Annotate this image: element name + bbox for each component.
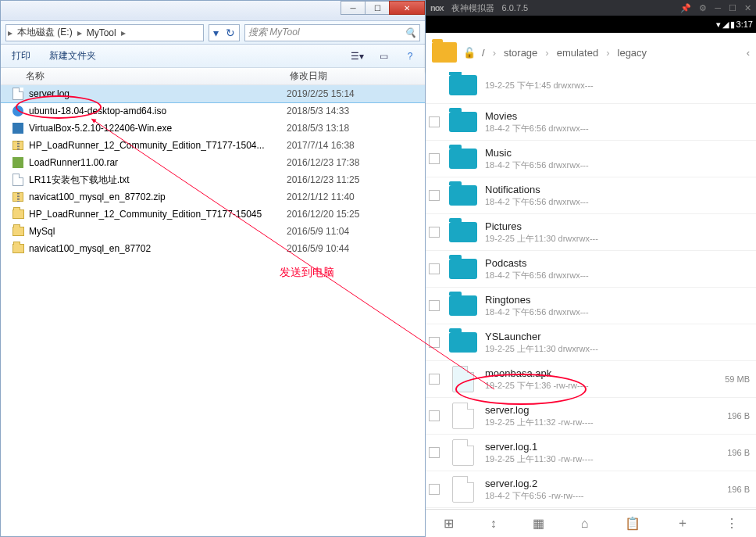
item-name: Ringtones [485, 293, 745, 307]
list-item[interactable]: server.log.119-2-25 上午11:30 -rw-rw----19… [426, 435, 756, 471]
minimize-button[interactable]: ─ [341, 1, 366, 15]
column-name[interactable]: 名称 [1, 70, 290, 83]
file-row[interactable]: VirtualBox-5.2.10-122406-Win.exe2018/5/3… [1, 120, 425, 137]
maximize-button[interactable]: ☐ [365, 1, 390, 15]
view-icon[interactable]: ▦ [533, 516, 544, 531]
status-time: 3:17 [736, 20, 753, 29]
folder-icon [448, 292, 479, 319]
file-row[interactable]: ubuntu-18.04-desktop-amd64.iso2018/5/3 1… [1, 102, 425, 120]
list-item[interactable]: moonbasa.apk19-2-25 下午1:36 -rw-rw----59 … [426, 361, 756, 398]
home-icon[interactable]: ⌂ [581, 517, 589, 531]
item-meta: 19-2-25 下午1:45 drwxrwx--- [485, 80, 750, 91]
file-list[interactable]: server.log2019/2/25 15:14ubuntu-18.04-de… [1, 85, 425, 536]
file-row[interactable]: LR11安装包下载地址.txt2016/12/23 11:25 [1, 171, 425, 188]
list-item[interactable]: Music18-4-2 下午6:56 drwxrwx--- [426, 141, 756, 177]
android-pathbar: 🔓 / › storage › emulated › legacy ‹ [426, 33, 756, 72]
file-date: 2016/5/9 11:04 [287, 226, 349, 237]
file-row[interactable]: navicat100_mysql_en_87702.zip2012/1/12 1… [1, 188, 425, 206]
folder-icon [448, 219, 479, 245]
sort-icon[interactable]: ↕ [490, 517, 497, 531]
close-icon[interactable]: ✕ [744, 3, 751, 13]
checkbox[interactable] [429, 484, 440, 495]
search-icon: 🔍 [405, 27, 416, 38]
print-button[interactable]: 打印 [5, 47, 37, 65]
folder-icon [448, 329, 479, 356]
file-name: HP_LoadRunner_12_Community_Edition_T7177… [29, 209, 287, 220]
path-legacy[interactable]: legacy [618, 47, 647, 59]
column-headers[interactable]: 名称 修改日期 [1, 68, 425, 85]
checkbox[interactable] [429, 374, 440, 385]
search-input[interactable]: 搜索 MyTool 🔍 [244, 24, 420, 41]
breadcrumb-seg-drive[interactable]: 本地磁盘 (E:) [14, 26, 76, 39]
select-all-icon[interactable]: ⊞ [444, 516, 454, 531]
folder-icon [448, 256, 479, 282]
checkbox[interactable] [429, 227, 440, 238]
list-item[interactable]: Pictures19-2-25 上午11:30 drwxrwx--- [426, 214, 756, 251]
nox-titlebar: nox 夜神模拟器 6.0.7.5 📌 ⚙ ─ ☐ ✕ [426, 0, 756, 16]
signal-icon: ◢ [722, 20, 729, 30]
file-row[interactable]: LoadRunner11.00.rar2016/12/23 17:38 [1, 154, 425, 171]
checkbox[interactable] [429, 263, 440, 274]
item-meta: 18-4-2 下午6:56 drwxrwx--- [485, 123, 745, 134]
file-name: navicat100_mysql_en_87702 [29, 243, 287, 254]
file-row[interactable]: navicat100_mysql_en_877022016/5/9 10:44 [1, 240, 425, 257]
minimize-icon[interactable]: ─ [715, 3, 721, 13]
file-row[interactable]: MySql2016/5/9 11:04 [1, 223, 425, 240]
chevron-left-icon[interactable]: ‹ [747, 47, 750, 59]
path-storage[interactable]: storage [504, 47, 537, 59]
file-row[interactable]: server.log2019/2/25 15:14 [1, 85, 425, 102]
item-size: 196 B [727, 485, 750, 494]
preview-pane-button[interactable]: ▭ [373, 48, 394, 65]
help-button[interactable]: ? [400, 48, 420, 65]
list-item[interactable]: Ringtones18-4-2 下午6:56 drwxrwx--- [426, 288, 756, 324]
checkbox[interactable] [429, 447, 440, 458]
pin-icon[interactable]: 📌 [680, 3, 691, 13]
checkbox[interactable] [429, 116, 440, 127]
file-row[interactable]: HP_LoadRunner_12_Community_Edition_T7177… [1, 137, 425, 154]
new-folder-button[interactable]: 新建文件夹 [43, 47, 102, 65]
checkbox[interactable] [429, 153, 440, 164]
file-name: ubuntu-18.04-desktop-amd64.iso [29, 106, 287, 116]
paste-icon[interactable]: 📋 [625, 516, 640, 531]
path-emulated[interactable]: emulated [557, 47, 598, 59]
close-button[interactable]: ✕ [389, 1, 425, 15]
breadcrumb[interactable]: ▸ 本地磁盘 (E:) ▸ MyTool ▸ [5, 24, 204, 41]
explorer-window: ─ ☐ ✕ ▸ 本地磁盘 (E:) ▸ MyTool ▸ ▾↻ 搜索 MyToo… [0, 0, 426, 537]
list-item[interactable]: server.log.218-4-2 下午6:56 -rw-rw----196 … [426, 471, 756, 508]
history-dropdown[interactable]: ▾↻ [209, 24, 240, 41]
breadcrumb-seg-folder[interactable]: MyTool [84, 27, 119, 38]
file-name: navicat100_mysql_en_87702.zip [29, 192, 287, 202]
file-date: 2018/5/3 13:18 [287, 123, 349, 134]
item-name: Podcasts [485, 256, 745, 270]
list-item[interactable]: 19-2-25 下午1:45 drwxrwx--- [426, 72, 756, 104]
menu-icon[interactable]: ⋮ [726, 516, 738, 531]
item-name: Notifications [485, 183, 745, 197]
file-icon [448, 476, 479, 503]
checkbox[interactable] [429, 190, 440, 201]
path-root[interactable]: / [482, 47, 485, 59]
file-icon [12, 208, 24, 220]
nox-window: nox 夜神模拟器 6.0.7.5 📌 ⚙ ─ ☐ ✕ ▾ ◢ ▮ 3:17 🔓… [426, 0, 756, 537]
list-item[interactable]: Movies18-4-2 下午6:56 drwxrwx--- [426, 104, 756, 141]
item-meta: 18-4-2 下午6:56 -rw-rw---- [485, 490, 722, 502]
battery-icon: ▮ [730, 20, 735, 30]
list-item[interactable]: Podcasts18-4-2 下午6:56 drwxrwx--- [426, 251, 756, 288]
item-name: Movies [485, 109, 745, 124]
chevron-right-icon: › [491, 47, 497, 59]
view-options-button[interactable]: ☰▾ [347, 48, 367, 65]
checkbox[interactable] [429, 300, 440, 311]
checkbox[interactable] [429, 410, 440, 421]
android-file-list[interactable]: 19-2-25 下午1:45 drwxrwx--- Movies18-4-2 下… [426, 72, 756, 509]
chevron-right-icon: ▸ [76, 27, 84, 38]
list-item[interactable]: server.log19-2-25 上午11:32 -rw-rw----196 … [426, 398, 756, 435]
file-date: 2016/12/23 17:38 [287, 157, 359, 168]
list-item[interactable]: YSLauncher19-2-25 上午11:30 drwxrwx--- [426, 324, 756, 361]
add-icon[interactable]: ＋ [676, 515, 689, 532]
checkbox[interactable] [429, 337, 440, 348]
file-date: 2018/5/3 14:33 [287, 106, 349, 116]
column-date[interactable]: 修改日期 [290, 70, 327, 83]
maximize-icon[interactable]: ☐ [729, 3, 736, 13]
list-item[interactable]: Notifications18-4-2 下午6:56 drwxrwx--- [426, 177, 756, 214]
settings-icon[interactable]: ⚙ [699, 3, 707, 13]
file-row[interactable]: HP_LoadRunner_12_Community_Edition_T7177… [1, 206, 425, 223]
